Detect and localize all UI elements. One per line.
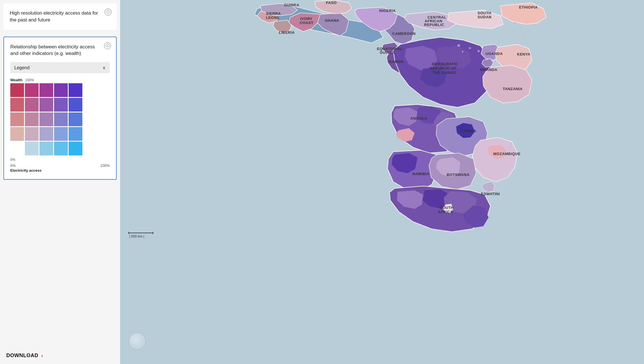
label-gabon: GABON xyxy=(389,60,404,64)
wealth-label: Wealth xyxy=(10,78,22,82)
bivariate-cell xyxy=(69,98,82,112)
label-sierra-leone2: LEONE xyxy=(266,15,279,20)
svg-rect-53 xyxy=(478,50,480,52)
label-south-sudan2: SUDAN xyxy=(478,15,492,19)
label-eq-guinea2: GUINEA xyxy=(380,50,395,55)
info-card-1: High resolution electricity access data … xyxy=(3,3,117,30)
label-eswatini: ESWATINI xyxy=(481,192,500,196)
bivariate-cell xyxy=(69,142,82,155)
label-mozambique: MOZAMBIQUE xyxy=(493,152,520,156)
label-drc3: THE CONGO xyxy=(433,70,456,75)
map-svg: GUINEA FASO NIGERIA ETHIOPIA SIERRA LEON… xyxy=(120,0,644,364)
label-south-africa2: AFRICA xyxy=(438,210,453,214)
label-botswana: BOTSWANA xyxy=(447,173,470,177)
svg-point-43 xyxy=(514,22,516,24)
label-faso: FASO xyxy=(326,1,337,5)
bivariate-cell xyxy=(10,98,24,112)
bivariate-cell xyxy=(54,142,68,155)
label-ghana: GHANA xyxy=(325,18,339,23)
svg-point-46 xyxy=(534,25,535,26)
bivariate-cell xyxy=(39,98,53,112)
legend-header[interactable]: Legend ∨ xyxy=(10,62,110,73)
legend-label: Legend xyxy=(14,65,29,70)
bivariate-cell xyxy=(39,83,53,97)
bivariate-cell xyxy=(10,83,24,97)
info-icon-1[interactable]: ⓘ xyxy=(105,9,112,15)
label-ivory-coast: IVORY xyxy=(300,17,312,21)
label-guinea: GUINEA xyxy=(284,3,299,7)
bivariate-cell xyxy=(39,112,53,126)
bivariate-cell xyxy=(69,83,82,97)
chevron-down-icon: ∨ xyxy=(102,65,106,70)
label-tanzania: TANZANIA xyxy=(503,87,523,91)
bivariate-cell xyxy=(54,83,68,97)
label-liberia: LIBERIA xyxy=(279,30,295,35)
label-sierra-leone: SIERRA xyxy=(266,11,281,16)
svg-rect-52 xyxy=(469,47,471,49)
label-ethiopia: ETHIOPIA xyxy=(519,5,538,9)
bivariate-cell xyxy=(54,112,68,126)
scale-bar-text: | 500 km | xyxy=(129,234,144,238)
download-button[interactable]: DOWNLOAD › xyxy=(6,352,43,359)
svg-point-45 xyxy=(526,21,527,22)
left-panel: High resolution electricity access data … xyxy=(0,0,120,364)
download-label: DOWNLOAD xyxy=(6,353,38,359)
bivariate-cell xyxy=(25,83,39,97)
label-zambia: ZAMBIA xyxy=(461,129,476,133)
bivariate-cell xyxy=(39,127,53,141)
bivariate-cell xyxy=(69,127,82,141)
svg-rect-51 xyxy=(458,44,460,47)
card1-title: High resolution electricity access data … xyxy=(10,10,110,23)
bivariate-legend-grid xyxy=(10,83,110,155)
svg-point-44 xyxy=(520,27,521,28)
label-south-sudan: SOUTH xyxy=(478,11,491,15)
info-icon-2[interactable]: ⓘ xyxy=(104,42,111,49)
bivariate-cell xyxy=(25,112,39,126)
label-cameroon: CAMEROON xyxy=(392,31,416,36)
wealth-100-pct: 100% xyxy=(25,78,34,82)
download-section: DOWNLOAD › xyxy=(0,347,120,364)
label-rwanda: RWANDA xyxy=(480,68,497,72)
svg-point-48 xyxy=(522,33,524,35)
svg-point-49 xyxy=(508,28,510,29)
bivariate-cell xyxy=(10,142,24,155)
label-drc: DEMOCRATIC xyxy=(432,62,458,66)
info-card-2: Relationship between electricity access … xyxy=(3,37,117,180)
bivariate-cell xyxy=(10,112,24,126)
label-namibia: NAMIBIA xyxy=(412,172,429,176)
label-drc2: REPUBLIC OF xyxy=(430,66,457,70)
globe-minimap xyxy=(129,333,146,350)
label-angola: ANGOLA xyxy=(410,116,427,120)
elec-100-pct: 100% xyxy=(100,163,110,168)
label-ivory-coast2: COAST xyxy=(300,21,313,25)
download-arrow-icon: › xyxy=(41,352,43,359)
bivariate-cell xyxy=(25,98,39,112)
svg-rect-54 xyxy=(462,51,463,52)
label-kenya: KENYA xyxy=(517,52,530,56)
electricity-access-label: Electricity access xyxy=(10,168,41,173)
label-car3: REPUBLIC xyxy=(424,23,444,27)
bivariate-cell xyxy=(25,127,39,141)
bivariate-cell xyxy=(69,112,82,126)
bivariate-cell xyxy=(39,142,53,155)
wealth-0-pct: 0% xyxy=(10,158,15,162)
svg-point-50 xyxy=(531,31,532,32)
label-south-africa: SOUTH xyxy=(440,205,454,210)
legend-content: Wealth 100% 0% 0% 100% Electricity acces… xyxy=(10,78,110,173)
legend-bottom-labels: 0% 0% 100% Electricity access xyxy=(10,157,110,173)
svg-point-47 xyxy=(514,31,515,32)
map-area[interactable]: GUINEA FASO NIGERIA ETHIOPIA SIERRA LEON… xyxy=(120,0,644,364)
card2-title: Relationship between electricity access … xyxy=(10,43,110,57)
bivariate-cell xyxy=(25,142,39,155)
label-nigeria: NIGERIA xyxy=(379,9,396,13)
bivariate-cell xyxy=(54,127,68,141)
elec-0-pct: 0% xyxy=(10,163,16,168)
bivariate-cell xyxy=(10,127,24,141)
label-uganda: UGANDA xyxy=(486,52,503,56)
bivariate-cell xyxy=(54,98,68,112)
